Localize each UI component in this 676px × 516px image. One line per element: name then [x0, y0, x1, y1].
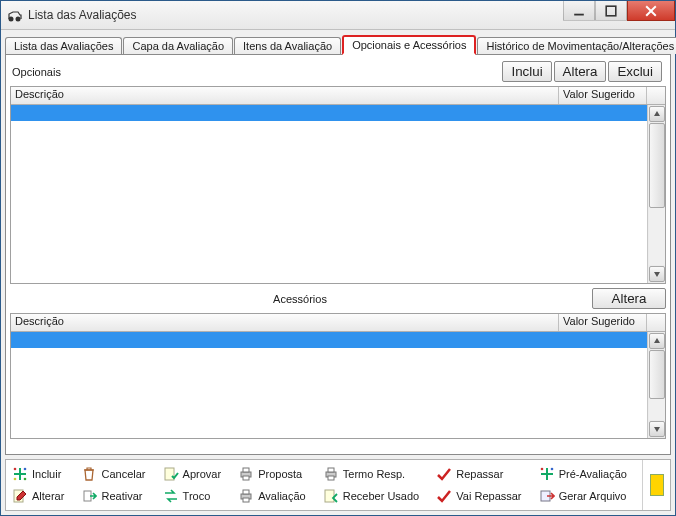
opcionais-header: Opcionais Inclui Altera Exclui: [10, 59, 666, 86]
gerararquivo-label: Gerar Arquivo: [559, 490, 627, 502]
aprovar-button[interactable]: Aprovar: [159, 464, 235, 484]
tab-itens[interactable]: Itens da Avaliação: [234, 37, 341, 54]
opcionais-title: Opcionais: [12, 66, 500, 78]
exclui-button[interactable]: Exclui: [608, 61, 662, 82]
printer-icon: [238, 488, 254, 504]
svg-point-18: [550, 468, 553, 471]
scroll-gap-2: [647, 314, 665, 331]
acessorios-grid-header: Descrição Valor Sugerido: [11, 314, 665, 332]
tab-page: Opcionais Inclui Altera Exclui Descrição…: [5, 54, 671, 455]
scroll-track[interactable]: [649, 123, 665, 265]
opcionais-scrollbar[interactable]: [647, 105, 665, 283]
tab-lista[interactable]: Lista das Avaliações: [5, 37, 122, 54]
svg-point-1: [16, 17, 21, 22]
app-window: Lista das Avaliações Lista das Avaliaçõe…: [0, 0, 676, 516]
repassar-button[interactable]: Repassar: [432, 464, 534, 484]
alterar-button[interactable]: Alterar: [8, 486, 77, 506]
receberusado-button[interactable]: Receber Usado: [319, 486, 433, 506]
footer-grid: Incluir Cancelar Aprovar Proposta Termo …: [6, 460, 642, 510]
plus-icon: [12, 466, 28, 482]
svg-point-9: [24, 478, 27, 481]
footer-exit[interactable]: [642, 460, 670, 510]
plus-icon: [539, 466, 555, 482]
acessorios-altera-button[interactable]: Altera: [592, 288, 666, 309]
tab-strip: Lista das Avaliações Capa da Avaliação I…: [5, 32, 671, 54]
scroll-gap: [647, 87, 665, 104]
col-descricao[interactable]: Descrição: [11, 87, 559, 104]
client-area: Lista das Avaliações Capa da Avaliação I…: [1, 30, 675, 515]
opcionais-grid-header: Descrição Valor Sugerido: [11, 87, 665, 105]
window-icon: [7, 7, 23, 23]
incluir-button[interactable]: Incluir: [8, 464, 77, 484]
termoresp-button[interactable]: Termo Resp.: [319, 464, 433, 484]
tab-opcionais[interactable]: Opcionais e Acessórios: [342, 35, 476, 55]
opcionais-grid[interactable]: Descrição Valor Sugerido: [10, 86, 666, 284]
receive-icon: [323, 488, 339, 504]
table-row[interactable]: [11, 105, 647, 121]
window-title: Lista das Avaliações: [28, 8, 563, 22]
svg-rect-20: [84, 491, 91, 501]
proposta-label: Proposta: [258, 468, 302, 480]
cancelar-label: Cancelar: [101, 468, 145, 480]
scroll-down-button[interactable]: [649, 266, 665, 282]
acessorios-title: Acessórios: [10, 293, 590, 305]
table-row[interactable]: [11, 332, 647, 348]
gerararquivo-button[interactable]: Gerar Arquivo: [535, 486, 640, 506]
acessorios-header: Acessórios Altera: [10, 288, 666, 309]
opcionais-grid-body: [11, 105, 665, 283]
repassar-label: Repassar: [456, 468, 503, 480]
svg-rect-24: [325, 490, 334, 502]
scroll-up-button-2[interactable]: [649, 333, 665, 349]
window-controls: [563, 1, 675, 29]
printer-icon: [323, 466, 339, 482]
svg-rect-22: [243, 490, 249, 494]
troco-button[interactable]: Troco: [159, 486, 235, 506]
alterar-label: Alterar: [32, 490, 64, 502]
opcionais-rows[interactable]: [11, 105, 647, 283]
vairepassar-label: Vai Repassar: [456, 490, 521, 502]
inclui-button[interactable]: Inclui: [502, 61, 551, 82]
swap-icon: [163, 488, 179, 504]
vairepassar-button[interactable]: Vai Repassar: [432, 486, 534, 506]
col-descricao-2[interactable]: Descrição: [11, 314, 559, 331]
svg-rect-15: [328, 468, 334, 472]
col-valor[interactable]: Valor Sugerido: [559, 87, 647, 104]
avaliacao-label: Avaliação: [258, 490, 306, 502]
svg-rect-3: [606, 6, 616, 16]
termoresp-label: Termo Resp.: [343, 468, 405, 480]
export-icon: [539, 488, 555, 504]
close-button[interactable]: [627, 1, 675, 21]
acessorios-grid-body: [11, 332, 665, 438]
col-valor-2[interactable]: Valor Sugerido: [559, 314, 647, 331]
minimize-button[interactable]: [563, 1, 595, 21]
scroll-track-2[interactable]: [649, 350, 665, 420]
reativar-button[interactable]: Reativar: [77, 486, 158, 506]
tab-capa[interactable]: Capa da Avaliação: [123, 37, 233, 54]
edit-icon: [12, 488, 28, 504]
scroll-thumb[interactable]: [649, 123, 665, 208]
exit-icon: [650, 474, 664, 496]
scroll-down-button-2[interactable]: [649, 421, 665, 437]
troco-label: Troco: [183, 490, 211, 502]
printer-icon: [238, 466, 254, 482]
tab-historico[interactable]: Histórico de Movimentação/Alterações: [477, 37, 676, 54]
svg-point-6: [14, 468, 17, 471]
footer-toolbar: Incluir Cancelar Aprovar Proposta Termo …: [5, 459, 671, 511]
approve-icon: [163, 466, 179, 482]
incluir-label: Incluir: [32, 468, 61, 480]
svg-rect-13: [243, 476, 249, 480]
svg-rect-16: [328, 476, 334, 480]
avaliacao-button[interactable]: Avaliação: [234, 486, 319, 506]
altera-button[interactable]: Altera: [554, 61, 607, 82]
maximize-button[interactable]: [595, 1, 627, 21]
acessorios-scrollbar[interactable]: [647, 332, 665, 438]
preavaliacao-button[interactable]: Pré-Avaliação: [535, 464, 640, 484]
acessorios-grid[interactable]: Descrição Valor Sugerido: [10, 313, 666, 439]
acessorios-rows[interactable]: [11, 332, 647, 438]
scroll-thumb-2[interactable]: [649, 350, 665, 399]
proposta-button[interactable]: Proposta: [234, 464, 319, 484]
svg-rect-23: [243, 498, 249, 502]
scroll-up-button[interactable]: [649, 106, 665, 122]
cancelar-button[interactable]: Cancelar: [77, 464, 158, 484]
reactivate-icon: [81, 488, 97, 504]
